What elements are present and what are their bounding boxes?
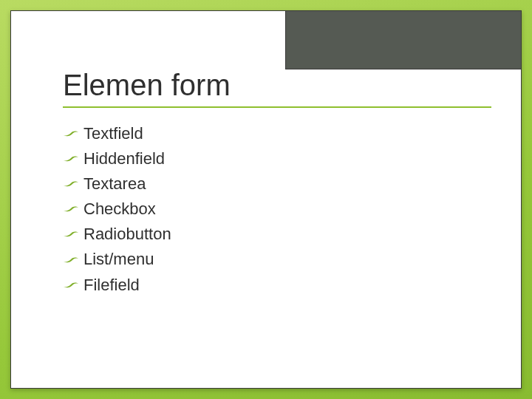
- swoosh-bullet-icon: [63, 255, 79, 265]
- list-item-label: Filefield: [83, 273, 140, 298]
- slide-content: Elemen form Textfield: [63, 69, 491, 298]
- list-item-label: List/menu: [83, 247, 154, 272]
- list-item: Textarea: [63, 171, 491, 197]
- swoosh-bullet-icon: [63, 129, 79, 139]
- swoosh-bullet-icon: [63, 154, 79, 164]
- swoosh-bullet-icon: [63, 229, 79, 239]
- list-item: List/menu: [63, 247, 491, 272]
- list-item-label: Checkbox: [83, 197, 156, 222]
- list-item: Radiobutton: [63, 222, 491, 247]
- list-item: Checkbox: [63, 197, 491, 222]
- swoosh-bullet-icon: [63, 179, 79, 189]
- list-item-label: Textarea: [83, 171, 146, 197]
- list-item: Textfield: [63, 121, 491, 146]
- list-item: Hiddenfield: [63, 146, 491, 171]
- swoosh-bullet-icon: [63, 204, 79, 214]
- list-item: Filefield: [63, 273, 491, 298]
- list-item-label: Textfield: [83, 121, 143, 146]
- slide-outer-frame: Elemen form Textfield: [0, 0, 532, 399]
- decorative-corner-rect: [285, 10, 522, 69]
- swoosh-bullet-icon: [63, 280, 79, 290]
- bullet-list: Textfield Hiddenfield: [63, 121, 491, 298]
- slide-page: Elemen form Textfield: [10, 10, 522, 389]
- slide-title: Elemen form: [63, 69, 491, 108]
- list-item-label: Hiddenfield: [83, 146, 165, 171]
- list-item-label: Radiobutton: [83, 222, 171, 247]
